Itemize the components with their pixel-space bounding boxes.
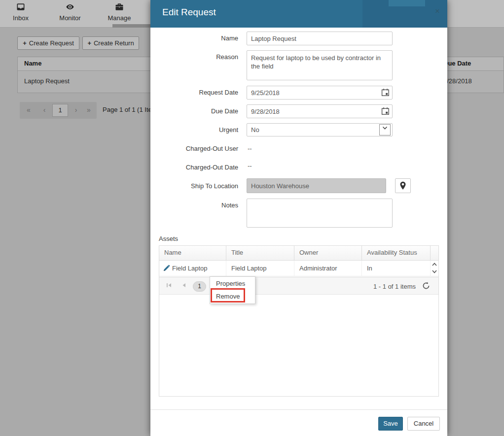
asset-name-text: Field Laptop: [172, 265, 208, 272]
name-label: Name: [150, 34, 238, 42]
request-date-input[interactable]: [247, 86, 393, 100]
asset-name-cell[interactable]: Field Laptop: [159, 261, 226, 276]
assets-section-label: Assets: [159, 235, 178, 242]
assets-column-name[interactable]: Name: [159, 246, 226, 260]
grid-scrollbar[interactable]: [431, 261, 438, 276]
context-menu-item-properties[interactable]: Properties: [210, 277, 255, 290]
notes-textarea[interactable]: [247, 199, 393, 228]
dialog-header: Edit Request ×: [150, 0, 447, 28]
charged-out-user-value: --: [248, 145, 252, 152]
calendar-icon[interactable]: [381, 107, 390, 117]
context-menu: Properties Remove: [210, 276, 255, 304]
charged-out-date-value: --: [248, 162, 252, 169]
assets-column-availability-status[interactable]: Availability Status: [362, 246, 431, 260]
charged-out-user-label: Charged-Out User: [150, 145, 238, 152]
location-pin-button[interactable]: [395, 178, 411, 193]
urgent-selected-value: No: [251, 126, 259, 134]
assets-header-spacer: [431, 246, 438, 260]
due-date-label: Due Date: [150, 107, 238, 115]
reason-label: Reason: [150, 53, 238, 61]
asset-title-cell: Field Laptop: [226, 261, 294, 276]
ship-to-location-input: [247, 178, 386, 193]
name-input[interactable]: [247, 32, 393, 45]
refresh-icon[interactable]: [422, 281, 432, 291]
close-icon[interactable]: ×: [435, 6, 440, 16]
reason-textarea[interactable]: Request for laptop to be used by contrac…: [247, 50, 393, 80]
assets-column-owner[interactable]: Owner: [294, 246, 362, 260]
assets-grid-header: Name Title Owner Availability Status: [159, 246, 438, 261]
asset-availability-cell: In: [362, 261, 431, 276]
assets-first-page-button[interactable]: [165, 281, 175, 291]
assets-previous-page-button[interactable]: [180, 281, 190, 291]
ship-to-location-label: Ship To Location: [150, 182, 238, 190]
footer-divider: [150, 409, 447, 410]
urgent-label: Urgent: [150, 126, 238, 134]
urgent-select[interactable]: No: [247, 123, 393, 136]
dialog-header-notch: [389, 0, 425, 6]
scroll-up-icon: [432, 262, 437, 268]
pencil-icon: [163, 265, 170, 271]
asset-row[interactable]: Field Laptop Field Laptop Administrator …: [159, 261, 438, 276]
edit-request-dialog: Edit Request × Name Reason Request for l…: [150, 0, 447, 436]
due-date-input[interactable]: [247, 104, 393, 118]
request-date-label: Request Date: [150, 89, 238, 96]
location-pin-icon: [399, 181, 406, 190]
charged-out-date-label: Charged-Out Date: [150, 164, 238, 171]
notes-label: Notes: [150, 201, 238, 209]
asset-owner-cell: Administrator: [294, 261, 362, 276]
assets-current-page-button[interactable]: 1: [193, 281, 206, 292]
context-menu-item-remove[interactable]: Remove: [210, 290, 255, 303]
assets-column-title[interactable]: Title: [226, 246, 294, 260]
dialog-title: Edit Request: [162, 7, 216, 18]
assets-pager-summary: 1 - 1 of 1 items: [373, 283, 416, 290]
cancel-button[interactable]: Cancel: [407, 417, 440, 431]
chevron-down-icon[interactable]: [379, 124, 391, 135]
scroll-down-icon: [432, 268, 437, 274]
calendar-icon[interactable]: [381, 88, 390, 98]
assets-grid: Name Title Owner Availability Status Fie…: [159, 245, 439, 397]
save-button[interactable]: Save: [378, 417, 403, 431]
assets-pager: 1 1 - 1 of 1 items: [159, 277, 438, 295]
